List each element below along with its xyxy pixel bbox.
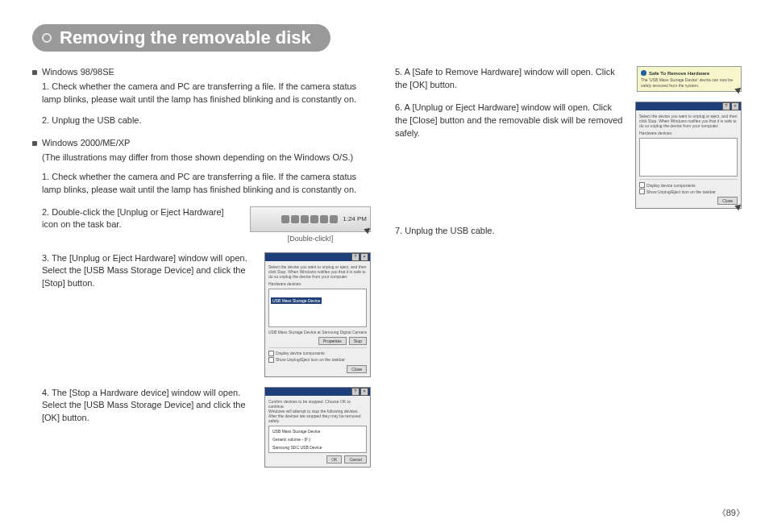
tray-icon [281,215,289,223]
dialog-instruction: Select the device you want to unplug or … [639,114,738,128]
dialog-label: Hardware devices: [268,281,367,286]
dialog-label: Hardware devices: [639,131,738,135]
step-text: 3. The [Unplug or Eject Hardware] window… [32,252,255,291]
checkbox-label: Display device components [268,351,367,356]
balloon-title: Safe To Remove Hardware [641,70,738,76]
step-4-row: 4. The [Stop a Hardware device] window w… [32,387,371,468]
dialog-titlebar: ? × [636,102,741,110]
device-item: USB Mass Storage Device [271,428,364,435]
step-5-row: 5. A [Safe to Remove Hardware] window wi… [395,66,742,92]
ok-button: OK [326,455,342,463]
stop-button: Stop [349,337,367,345]
dialog-titlebar: ? × [265,253,370,261]
dialog-titlebar: ? × [265,388,370,396]
taskbar-figure: 1:24 PM [Double-click!] [250,206,371,243]
device-list: USB Mass Storage Device Generic volume -… [268,426,367,453]
tray-icon [320,215,328,223]
close-icon: × [360,388,368,396]
device-item: Samsung SDC USB Device [271,444,364,451]
cursor-icon [736,203,746,213]
step-3-row: 3. The [Unplug or Eject Hardware] window… [32,252,371,377]
cancel-button: Cancel [344,455,367,463]
section-winxp-heading: Windows 2000/ME/XP [32,137,371,150]
tray-icon [310,215,318,223]
checkbox-label: Show Unplug/Eject icon on the taskbar [639,189,738,194]
left-column: Windows 98/98SE 1. Check whether the cam… [32,66,371,477]
help-icon: ? [722,102,730,110]
step-text: 5. A [Safe to Remove Hardware] window wi… [395,66,627,92]
checkbox-label: Show Unplug/Eject icon on the taskbar [268,357,367,363]
step-6-row: 6. A [Unplug or Eject Hardware] window w… [395,102,742,209]
title-bullet-icon [42,33,52,43]
section-heading-text: Windows 98/98SE [42,66,114,79]
step-text: 2. Double-click the [Unplug or Eject Har… [32,206,240,232]
page-title-bar: Removing the removable disk [32,24,330,52]
stop-device-dialog-figure: ? × Confirm devices to be stopped. Choos… [264,387,371,468]
step-2-row: 2. Double-click the [Unplug or Eject Har… [32,206,371,243]
close-button: Close [717,197,738,205]
device-item: USB Mass Storage Device [271,297,322,304]
device-description: USB Mass Storage Device at Samsung Digit… [268,330,367,335]
close-icon: × [360,253,368,261]
manual-page: Removing the removable disk Windows 98/9… [0,0,769,532]
taskbar-screenshot: 1:24 PM [250,206,371,232]
checkbox-label: Display device components [639,182,738,188]
page-title: Removing the removable disk [60,27,311,48]
dialog-instruction: Select the device you want to unplug or … [268,264,367,279]
page-number: 《89》 [717,507,745,519]
figure-caption: [Double-click!] [250,235,371,243]
close-icon: × [731,102,739,110]
section-note: (The illustrations may differ from those… [32,152,371,164]
cursor-icon [365,227,375,236]
taskbar-time: 1:24 PM [343,215,367,222]
help-icon: ? [351,253,360,261]
square-bullet-icon [32,70,37,75]
section-winxp-steps: 1. Check whether the camera and PC are t… [32,171,371,197]
step-text: 4. The [Stop a Hardware device] window w… [32,387,255,426]
step-text: 1. Check whether the camera and PC are t… [42,81,371,106]
properties-button: Properties [318,337,347,345]
tray-icon [301,215,309,223]
device-list [639,138,738,177]
step-7-row: 7. Unplug the USB cable. [395,225,742,238]
tray-icon [330,215,338,223]
section-win98-heading: Windows 98/98SE [32,66,371,79]
balloon-text: The 'USB Mass Storage Device' device can… [641,77,738,88]
device-list: USB Mass Storage Device [268,289,367,327]
unplug-dialog-figure-2: ? × Select the device you want to unplug… [635,102,742,209]
section-heading-text: Windows 2000/ME/XP [42,137,130,150]
safe-remove-figure: Safe To Remove Hardware The 'USB Mass St… [637,66,742,92]
device-item: Generic volume - (F:) [271,436,364,443]
tray-icon [291,215,299,223]
square-bullet-icon [32,141,37,146]
section-win98-steps: 1. Check whether the camera and PC are t… [32,81,371,127]
right-column: 5. A [Safe to Remove Hardware] window wi… [395,66,742,477]
unplug-dialog-figure: ? × Select the device you want to unplug… [264,252,371,377]
dialog-instruction: Confirm devices to be stopped. Choose OK… [268,399,367,409]
dialog-instruction: Windows will attempt to stop the followi… [268,409,367,423]
step-text: 6. A [Unplug or Eject Hardware] window w… [395,102,626,140]
step-text: 7. Unplug the USB cable. [395,225,742,238]
step-text: 2. Unplug the USB cable. [42,114,371,127]
cursor-icon [736,86,746,96]
step-text: 1. Check whether the camera and PC are t… [42,171,371,197]
close-button: Close [347,365,367,373]
content-columns: Windows 98/98SE 1. Check whether the cam… [32,66,745,477]
help-icon: ? [351,388,360,396]
